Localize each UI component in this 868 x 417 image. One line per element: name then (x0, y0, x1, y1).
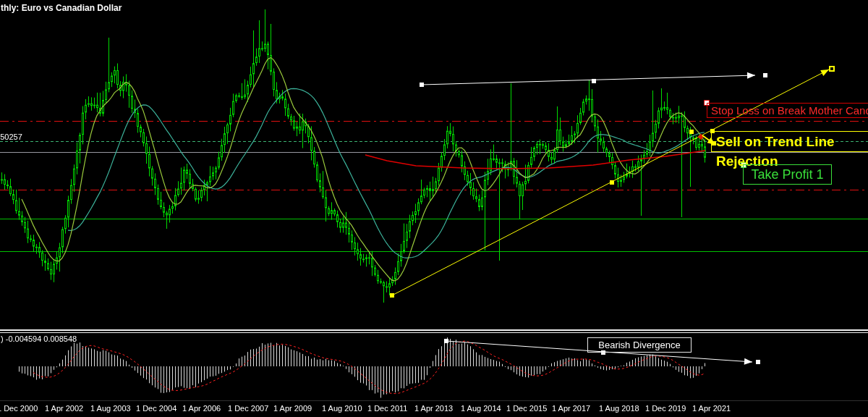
time-axis-label: 1 Aug 2010 (322, 404, 362, 413)
sell-annotation[interactable]: Sell on Trend Line Rejection (711, 131, 868, 152)
time-axis-label: 1 Dec 2015 (506, 404, 547, 413)
time-axis-label: 1 Aug 2018 (599, 404, 639, 413)
time-axis-label: 1 Dec 2011 (367, 404, 407, 413)
time-axis-label: 1 Dec 2007 (228, 404, 268, 413)
time-axis-label: 1 Dec 2000 (0, 404, 38, 413)
time-axis-label: 1 Apr 2009 (273, 404, 312, 413)
time-axis-label: 1 Apr 2017 (552, 404, 590, 413)
time-axis-label: 1 Dec 2019 (645, 404, 686, 413)
time-axis-label: 1 Apr 2013 (414, 404, 453, 413)
time-axis-label: 1 Dec 2004 (136, 404, 176, 413)
chart-canvas[interactable] (0, 0, 868, 417)
time-axis-label: 1 Apr 2021 (692, 404, 731, 413)
time-axis-label: 1 Aug 2014 (461, 404, 501, 413)
price-level-label: 1.50257 (0, 132, 22, 141)
time-axis-label: 1 Aug 2003 (90, 404, 131, 413)
mt4-chart-window: thly: Euro vs Canadian Dollar 1.50257 ) … (0, 0, 868, 417)
bearish-divergence-annotation[interactable]: Bearish Divergence (587, 337, 692, 353)
time-axis[interactable]: 1 Dec 20001 Apr 20021 Aug 20031 Dec 2004… (0, 402, 868, 417)
take-profit-annotation[interactable]: Take Profit 1 (743, 164, 832, 185)
stop-loss-annotation[interactable]: Stop Loss on Break Mother Candle (707, 103, 868, 118)
time-axis-label: 1 Apr 2006 (182, 404, 221, 413)
indicator-values-label: ) -0.004594 0.008548 (1, 334, 77, 343)
chart-title: thly: Euro vs Canadian Dollar (1, 3, 122, 13)
time-axis-label: 1 Apr 2002 (45, 404, 83, 413)
